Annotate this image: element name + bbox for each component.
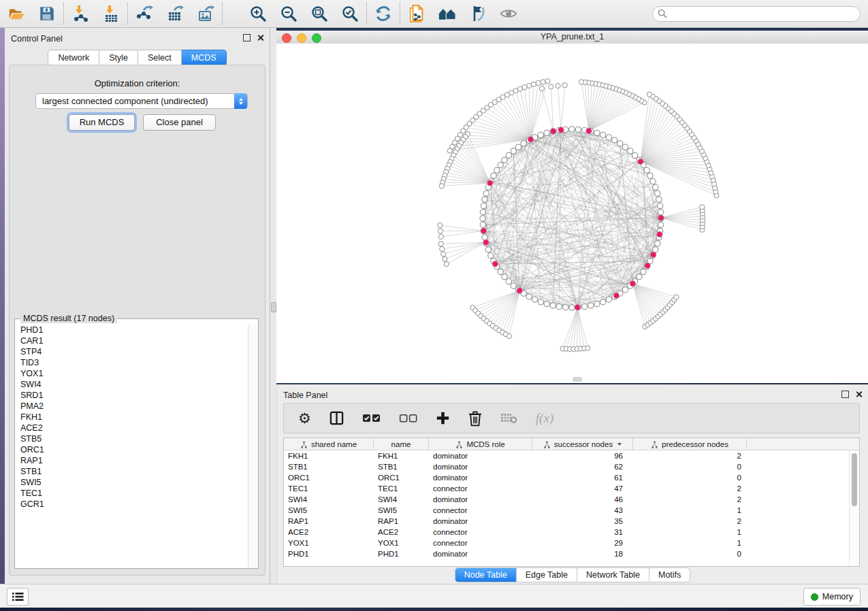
network-window-titlebar[interactable]: YPA_prune.txt_1 [276, 31, 868, 44]
show-details-eye-icon[interactable] [499, 4, 518, 23]
tab-node-table[interactable]: Node Table [455, 568, 516, 582]
tab-motifs[interactable]: Motifs [649, 568, 690, 582]
criterion-select[interactable]: largest connected component (undirected) [35, 93, 248, 109]
table-cell: ACE2 [374, 527, 429, 538]
zoom-fit-icon[interactable] [310, 4, 329, 23]
mcds-result-item[interactable]: TEC1 [16, 488, 248, 499]
mcds-result-item[interactable]: STB5 [16, 433, 248, 444]
zoom-selected-icon[interactable] [340, 4, 359, 23]
mcds-result-scrollbar[interactable] [248, 325, 257, 567]
table-cell: 46 [532, 494, 633, 505]
select-all-icon[interactable] [362, 410, 381, 427]
close-table-panel-icon[interactable] [855, 391, 863, 398]
mcds-result-item[interactable]: GCR1 [16, 499, 248, 510]
table-scrollbar[interactable] [849, 450, 859, 566]
import-network-icon[interactable] [71, 4, 90, 23]
panel-splitter[interactable] [270, 28, 276, 584]
mcds-result-item[interactable]: TID3 [16, 357, 248, 368]
table-cell: SWI4 [374, 494, 429, 505]
task-history-button[interactable] [7, 588, 29, 606]
window-close-icon[interactable] [282, 33, 291, 43]
optimization-criterion-label: Optimization criterion: [10, 78, 265, 88]
window-zoom-icon[interactable] [312, 33, 321, 43]
table-cell: 2 [633, 516, 747, 527]
mcds-result-item[interactable]: ORC1 [16, 444, 248, 455]
function-builder-icon[interactable]: f(x) [536, 410, 553, 427]
mcds-result-item[interactable]: ACE2 [16, 423, 248, 433]
float-panel-icon[interactable] [243, 34, 251, 42]
mcds-result-item[interactable]: SRD1 [16, 390, 248, 401]
export-network-icon[interactable] [135, 4, 154, 23]
column-header-shared-name[interactable]: shared name [284, 438, 374, 450]
column-header-name[interactable]: name [374, 438, 429, 450]
mcds-result-item[interactable]: STP4 [16, 346, 248, 357]
table-row[interactable]: SWI4SWI4dominator462 [284, 494, 859, 505]
network-graph[interactable] [276, 44, 868, 383]
column-header-successor-nodes[interactable]: successor nodes [532, 438, 633, 450]
show-columns-icon[interactable] [329, 410, 344, 427]
export-image-icon[interactable] [196, 4, 215, 23]
table-row[interactable]: SWI5SWI5connector431 [284, 505, 859, 516]
mcds-result-item[interactable]: CAR1 [16, 335, 248, 346]
mcds-result-item[interactable]: STB1 [16, 466, 248, 477]
import-table-icon[interactable] [101, 4, 120, 23]
mcds-result-item[interactable]: RAP1 [16, 455, 248, 466]
export-table-icon[interactable] [165, 4, 184, 23]
tab-network[interactable]: Network [48, 50, 99, 66]
table-row[interactable]: RAP1RAP1dominator352 [284, 516, 859, 527]
table-row[interactable]: ACE2ACE2connector311 [284, 527, 859, 538]
mcds-result-item[interactable]: YOX1 [16, 368, 248, 379]
close-panel-button[interactable]: Close panel [143, 114, 216, 131]
status-bar: Memory [0, 584, 868, 608]
table-cell: ORC1 [284, 472, 374, 483]
window-minimize-icon[interactable] [297, 33, 306, 43]
memory-button[interactable]: Memory [803, 588, 861, 606]
search-icon [658, 9, 667, 18]
mcds-result-item[interactable]: SWI5 [16, 477, 248, 488]
table-row[interactable]: STB1STB1dominator620 [284, 461, 859, 472]
mcds-result-item[interactable]: PMA2 [16, 401, 248, 412]
zoom-in-icon[interactable] [248, 4, 268, 23]
table-settings-icon[interactable]: ⚙ [298, 410, 311, 427]
tab-network-table[interactable]: Network Table [577, 568, 649, 582]
table-row[interactable]: YOX1YOX1connector291 [284, 538, 859, 548]
column-header-MCDS-role[interactable]: MCDS role [429, 438, 532, 450]
table-scrollbar-thumb[interactable] [852, 453, 857, 506]
table-cell: SWI5 [374, 505, 429, 516]
search-input[interactable] [652, 6, 861, 22]
tab-mcds[interactable]: MCDS [182, 50, 227, 66]
mcds-result-item[interactable]: PHD1 [16, 325, 248, 335]
run-mcds-button[interactable]: Run MCDS [69, 114, 135, 131]
add-row-icon[interactable] [436, 410, 450, 427]
table-row[interactable]: FKH1FKH1dominator962 [284, 450, 859, 461]
canvas-scrollbar-thumb[interactable] [573, 377, 582, 382]
table-row[interactable]: PHD1PHD1dominator180 [284, 548, 859, 559]
table-cell: RAP1 [374, 516, 429, 527]
column-header-predecessor-nodes[interactable]: predecessor nodes [633, 438, 747, 450]
table-cell: connector [429, 483, 532, 494]
save-session-icon[interactable] [37, 4, 57, 23]
refresh-icon[interactable] [374, 4, 393, 23]
tab-style[interactable]: Style [99, 50, 138, 66]
table-cell: STB1 [374, 461, 429, 472]
mcds-result-item[interactable]: SWI4 [16, 379, 248, 390]
deselect-all-icon[interactable] [399, 410, 417, 427]
tab-edge-table[interactable]: Edge Table [516, 568, 577, 582]
table-row[interactable]: ORC1ORC1dominator610 [284, 472, 859, 483]
network-canvas[interactable] [276, 44, 868, 383]
delete-table-icon[interactable] [500, 410, 517, 427]
float-table-panel-icon[interactable] [841, 391, 849, 398]
network-overview-icon[interactable] [438, 4, 457, 23]
table-row[interactable]: TEC1TEC1connector472 [284, 483, 859, 494]
tab-select[interactable]: Select [138, 50, 182, 66]
open-session-icon[interactable] [7, 4, 26, 23]
zoom-out-icon[interactable] [279, 4, 298, 23]
delete-rows-icon[interactable] [468, 410, 482, 427]
close-panel-icon[interactable] [257, 34, 264, 42]
hide-flags-icon[interactable] [468, 4, 487, 23]
table-cell: 1 [633, 505, 747, 516]
splitter-handle[interactable] [271, 302, 276, 312]
share-network-document-icon[interactable] [407, 4, 426, 23]
mcds-result-item[interactable]: FKH1 [16, 412, 248, 423]
node-table: shared namenameMCDS rolesuccessor nodesp… [283, 437, 860, 567]
